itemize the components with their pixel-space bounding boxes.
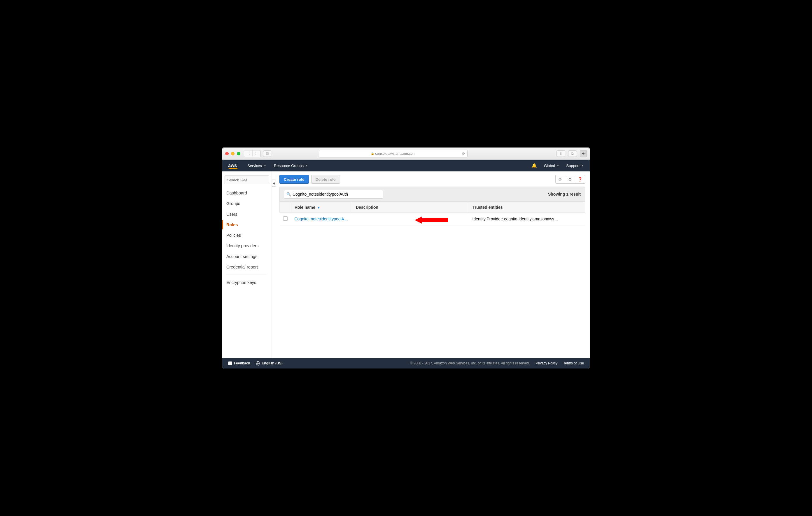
region-menu[interactable]: Global ▼ [544,163,559,168]
chevron-down-icon: ▼ [306,164,308,167]
reload-icon[interactable]: ⟳ [462,152,465,156]
help-button[interactable]: ❓ [575,175,585,184]
notifications-icon[interactable]: 🔔 [531,163,537,168]
column-description[interactable]: Description [352,202,469,213]
role-search-box[interactable]: 🔍 [284,190,383,199]
nav-button-group: 〈 〉 [244,150,261,157]
show-sidebar-button[interactable]: ▥ [263,150,271,157]
support-label: Support [567,163,580,168]
chevron-down-icon: ▼ [581,164,584,167]
share-button[interactable]: ⇪ [556,150,565,157]
chevron-down-icon: ▼ [264,164,266,167]
aws-logo[interactable]: aws [228,163,237,168]
url-text: console.aws.amazon.com [375,152,416,156]
new-tab-button[interactable]: + [580,150,587,157]
resource-groups-label: Resource Groups [274,163,303,168]
refresh-button[interactable]: ⟳ [555,175,565,184]
address-bar[interactable]: 🔒 console.aws.amazon.com ⟳ [319,150,468,157]
help-icon: ❓ [578,177,582,182]
sort-desc-icon: ▼ [317,206,320,209]
sidebar-item-groups[interactable]: Groups [222,199,271,208]
content-area: Dashboard Groups Users Roles Policies Id… [222,172,590,358]
search-iam-input[interactable] [225,176,269,184]
filter-bar: 🔍 Showing 1 result [280,187,585,202]
search-icon: 🔍 [286,192,291,196]
sidebar-divider [226,275,267,275]
action-toolbar: Create role Delete role ⟳ ⚙ ❓ [280,175,585,184]
sidebar-item-users[interactable]: Users [222,210,271,219]
browser-window: 〈 〉 ▥ 🔒 console.aws.amazon.com ⟳ ⇪ ⧉ + a… [222,148,590,368]
sidebar-item-roles[interactable]: Roles [222,220,271,230]
forward-button[interactable]: 〉 [252,150,260,157]
window-controls [225,152,240,155]
maximize-window-button[interactable] [237,152,240,155]
terms-of-use-link[interactable]: Terms of Use [563,361,584,365]
role-name-link[interactable]: Cognito_notesidentitypoolA… [295,217,348,221]
globe-icon [256,361,260,365]
column-role-name[interactable]: Role name ▼ [291,202,352,213]
main-panel: Create role Delete role ⟳ ⚙ ❓ 🔍 Showing … [272,172,590,358]
feedback-link[interactable]: Feedback [228,361,250,365]
result-count: Showing 1 result [548,192,581,196]
settings-button[interactable]: ⚙ [565,175,575,184]
toolbar-icon-group: ⟳ ⚙ ❓ [555,175,585,184]
privacy-policy-link[interactable]: Privacy Policy [536,361,558,365]
sidebar: Dashboard Groups Users Roles Policies Id… [222,172,272,358]
lock-icon: 🔒 [371,152,374,155]
support-menu[interactable]: Support ▼ [567,163,584,168]
close-window-button[interactable] [225,152,229,155]
browser-toolbar: 〈 〉 ▥ 🔒 console.aws.amazon.com ⟳ ⇪ ⧉ + [222,148,590,160]
row-checkbox[interactable] [283,216,288,221]
role-search-input[interactable] [293,192,380,196]
sidebar-item-identity-providers[interactable]: Identity providers [222,241,271,250]
language-label: English (US) [262,361,282,365]
gear-icon: ⚙ [568,177,572,182]
copyright-text: © 2008 - 2017, Amazon Web Services, Inc.… [410,361,530,365]
sidebar-item-account-settings[interactable]: Account settings [222,252,271,261]
create-role-button[interactable]: Create role [280,175,309,184]
sidebar-item-dashboard[interactable]: Dashboard [222,188,271,198]
minimize-window-button[interactable] [231,152,234,155]
sidebar-item-policies[interactable]: Policies [222,231,271,240]
delete-role-button: Delete role [311,175,340,184]
sidebar-item-credential-report[interactable]: Credential report [222,262,271,272]
region-label: Global [544,163,555,168]
tabs-button[interactable]: ⧉ [568,150,577,157]
roles-table: Role name ▼ Description Trusted entities… [280,202,585,225]
chevron-down-icon: ▼ [557,164,559,167]
resource-groups-menu[interactable]: Resource Groups ▼ [274,163,308,168]
feedback-label: Feedback [234,361,250,365]
services-menu[interactable]: Services ▼ [247,163,266,168]
column-checkbox [280,202,291,213]
aws-footer: Feedback English (US) © 2008 - 2017, Ama… [222,358,590,368]
row-description [352,213,469,225]
table-row[interactable]: Cognito_notesidentitypoolA… Identity Pro… [280,213,585,225]
aws-header: aws Services ▼ Resource Groups ▼ 🔔 Globa… [222,160,590,172]
sidebar-item-encryption-keys[interactable]: Encryption keys [222,278,271,287]
column-trusted-entities[interactable]: Trusted entities [469,202,585,213]
language-selector[interactable]: English (US) [256,361,282,365]
speech-bubble-icon [228,362,232,365]
row-trusted-entities: Identity Provider: cognito-identity.amaz… [469,213,585,225]
services-label: Services [247,163,262,168]
refresh-icon: ⟳ [558,177,562,182]
back-button[interactable]: 〈 [244,150,252,157]
column-role-name-label: Role name [295,205,315,210]
